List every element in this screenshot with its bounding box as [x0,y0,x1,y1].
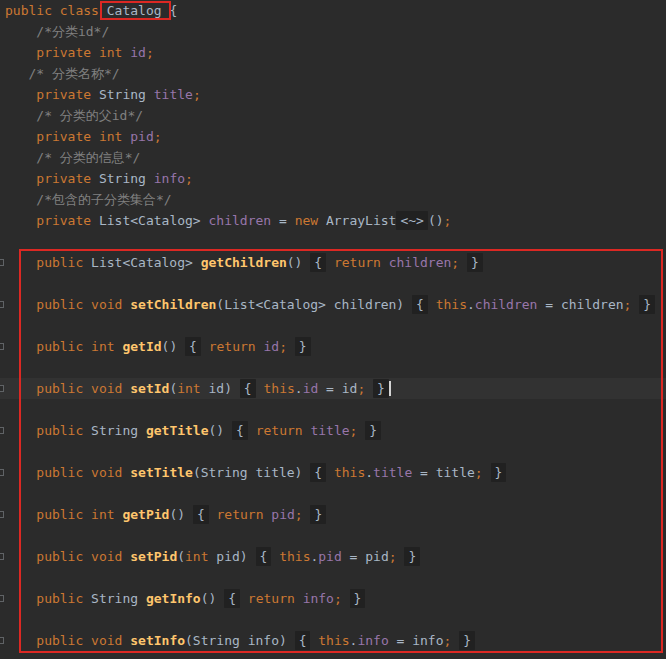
code-token-def [83,549,91,564]
code-line[interactable]: public String getTitle() { return title;… [0,420,666,441]
code-token-fold: { [185,337,201,356]
code-token-kw: void [91,465,122,480]
code-token-def: pid) [209,549,256,564]
code-token-kw: public [36,297,83,312]
code-token-def [5,87,36,102]
code-line[interactable] [0,525,666,546]
code-line[interactable]: public void setPid(int pid) { this.pid =… [0,546,666,567]
code-token-kw: return [256,423,303,438]
code-token-semi: ; [444,213,452,228]
code-line[interactable]: public class Catalog { [0,0,666,21]
code-token-mth: setTitle [130,465,193,480]
code-token-fld: info [154,171,185,186]
fold-marker-icon[interactable] [0,553,4,560]
code-line[interactable] [0,231,666,252]
code-token-fld: id [130,45,146,60]
code-line[interactable]: /*分类id*/ [0,21,666,42]
fold-marker-icon[interactable] [0,469,4,476]
code-token-mth: setId [130,381,169,396]
fold-marker-icon[interactable] [0,427,4,434]
code-line[interactable]: public String getInfo() { return info; } [0,588,666,609]
fold-marker-icon[interactable] [0,385,4,392]
code-token-fld: children [389,255,452,270]
code-token-def [428,297,436,312]
code-token-fold: { [256,547,272,566]
code-token-def [5,66,28,81]
code-token-fold: { [193,505,209,524]
fold-marker-icon[interactable] [0,259,4,266]
code-line[interactable] [0,567,666,588]
fold-marker-icon[interactable] [0,511,4,518]
code-token-kw: return [334,255,381,270]
code-line[interactable] [0,399,666,420]
fold-marker-icon[interactable] [0,343,4,350]
code-token-def [5,297,36,312]
code-line[interactable]: /* 分类的信息*/ [0,147,666,168]
code-token-semi: ; [451,255,459,270]
fold-marker-icon[interactable] [0,637,4,644]
code-line[interactable]: public void setInfo(String info) { this.… [0,630,666,651]
code-token-kw: public [36,465,83,480]
code-token-def [365,381,373,396]
code-token-mth: setPid [130,549,177,564]
code-token-kw: private [36,129,91,144]
code-line[interactable]: public int getId() { return id; } [0,336,666,357]
code-token-def: . [467,297,475,312]
code-line[interactable]: public int getPid() { return pid; } [0,504,666,525]
code-token-def [381,255,389,270]
code-token-def: . [295,381,303,396]
code-token-def [83,465,91,480]
code-token-fld: title [310,423,349,438]
code-line[interactable]: /* 分类名称*/ [0,63,666,84]
code-token-kw: public [36,381,83,396]
code-line[interactable]: private int id; [0,42,666,63]
code-token-fold: { [310,253,326,272]
code-line[interactable]: private int pid; [0,126,666,147]
code-token-kw: this [334,465,365,480]
code-line[interactable] [0,609,666,630]
code-line[interactable]: /* 分类的父id*/ [0,105,666,126]
code-token-def [83,339,91,354]
code-line[interactable]: public void setChildren(List<Catalog> ch… [0,294,666,315]
code-line[interactable]: /*包含的子分类集合*/ [0,189,666,210]
code-token-fld: pid [130,129,153,144]
code-token-kw: void [91,381,122,396]
code-token-fold: } [459,631,475,650]
code-line[interactable]: public void setTitle(String title) { thi… [0,462,666,483]
code-line[interactable]: private String title; [0,84,666,105]
code-token-kw: class [60,3,99,18]
code-line[interactable] [0,441,666,462]
code-token-def [295,591,303,606]
fold-marker-icon[interactable] [0,595,4,602]
code-area[interactable]: public class Catalog { /*分类id*/ private … [0,0,666,651]
code-token-fld: children [209,213,272,228]
code-token-fold: { [412,295,428,314]
code-line[interactable]: private List<Catalog> children = new Arr… [0,210,666,231]
code-token-mth: getInfo [146,591,201,606]
code-token-kw: return [217,507,264,522]
code-line[interactable] [0,315,666,336]
fold-marker-icon[interactable] [0,301,4,308]
code-token-def: () [287,255,310,270]
code-token-fold: { [232,421,248,440]
code-line[interactable] [0,483,666,504]
code-token-def [5,129,36,144]
code-token-kw: this [318,633,349,648]
code-token-def: () [169,507,192,522]
code-token-cls: Catalog [107,3,162,18]
code-token-def: { [162,3,178,18]
code-token-kw: public [36,423,83,438]
code-line[interactable]: public void setId(int id) { this.id = id… [0,378,666,399]
code-line[interactable] [0,357,666,378]
code-token-def [5,255,36,270]
text-caret [389,381,391,396]
code-line[interactable]: private String info; [0,168,666,189]
code-token-def [483,465,491,480]
code-token-fold: } [295,337,311,356]
code-line[interactable] [0,273,666,294]
code-line[interactable]: public List<Catalog> getChildren() { ret… [0,252,666,273]
code-token-def: . [365,465,373,480]
code-token-mth: getId [122,339,161,354]
code-token-def [5,507,36,522]
code-token-def [201,339,209,354]
